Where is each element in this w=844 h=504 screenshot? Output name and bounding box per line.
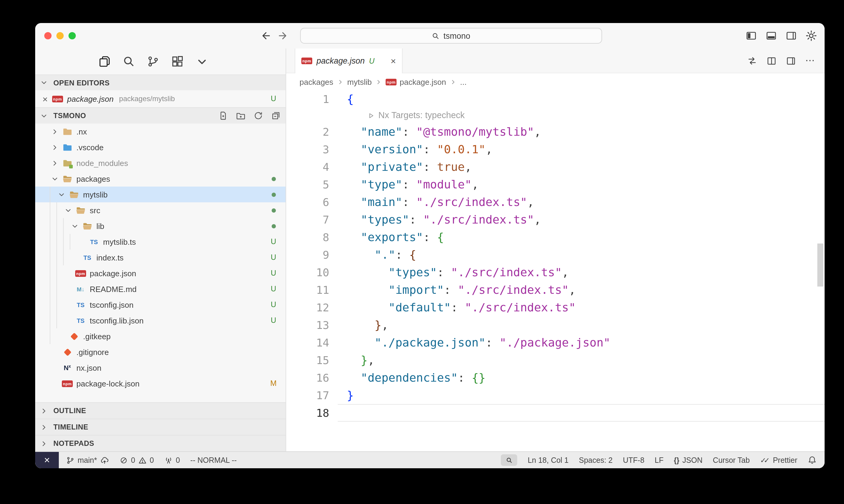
eol-status[interactable]: LF (655, 456, 664, 464)
errors-icon (119, 456, 128, 464)
open-editor-item[interactable]: package.json packages/mytslib U (35, 90, 286, 107)
code-line-3[interactable]: 3 "version": "0.0.1", (286, 141, 825, 158)
source-control-icon[interactable] (147, 55, 159, 68)
editor-layout-icon[interactable] (786, 55, 796, 66)
chevron-right-icon (50, 143, 59, 151)
tree-item-mytslib.ts[interactable]: mytslib.tsU (35, 234, 286, 250)
tree-item-package.json[interactable]: package.jsonU (35, 265, 286, 281)
code-line-8[interactable]: 8 "exports": { (286, 228, 825, 246)
tab-package-json[interactable]: package.json U (295, 49, 402, 73)
magnifier-icon (506, 456, 513, 464)
code-line-11[interactable]: 11 "import": "./src/index.ts", (286, 281, 825, 299)
code-line-1[interactable]: 1{ (286, 90, 825, 108)
minimize-window-button[interactable] (56, 32, 64, 39)
formatter-status[interactable]: Prettier (760, 456, 797, 464)
tree-item-lib[interactable]: lib (35, 218, 286, 234)
cursor-position-status[interactable]: Ln 18, Col 1 (528, 456, 569, 464)
toggle-secondary-sidebar-icon[interactable] (786, 30, 797, 41)
tree-item-src[interactable]: src (35, 202, 286, 218)
code-line-10[interactable]: 10 "types": "./src/index.ts", (286, 264, 825, 281)
tree-item-index.ts[interactable]: index.tsU (35, 250, 286, 265)
close-window-button[interactable] (44, 32, 52, 39)
close-icon[interactable] (42, 94, 48, 103)
back-icon[interactable] (259, 30, 271, 41)
search-view-icon[interactable] (122, 55, 135, 68)
tree-item-tsconfig.lib.json[interactable]: tsconfig.lib.jsonU (35, 312, 286, 328)
tree-item-package-lock.json[interactable]: package-lock.jsonM (35, 376, 286, 391)
breadcrumb-item[interactable]: mytslib (347, 77, 372, 86)
forward-icon[interactable] (278, 30, 289, 41)
tree-item-.nx[interactable]: .nx (35, 124, 286, 139)
new-folder-icon[interactable] (236, 111, 245, 121)
split-editor-icon[interactable] (767, 55, 777, 66)
new-file-icon[interactable] (218, 111, 228, 121)
cursor-tab-status[interactable]: Cursor Tab (713, 456, 750, 464)
close-tab-icon[interactable] (391, 56, 396, 66)
open-editors-header[interactable]: OPEN EDITORS (35, 74, 286, 90)
explorer-section-header[interactable]: TSMONO (35, 107, 286, 124)
encoding-status[interactable]: UTF-8 (623, 456, 644, 464)
refresh-icon[interactable] (254, 111, 263, 121)
code-line-14[interactable]: 14 "./package.json": "./package.json" (286, 334, 825, 352)
indentation-status[interactable]: Spaces: 2 (579, 456, 613, 464)
collapse-all-icon[interactable] (271, 111, 281, 121)
code-line-18[interactable]: 18 (286, 404, 825, 421)
more-actions-icon[interactable] (805, 56, 815, 66)
code-line-7[interactable]: 7 "types": "./src/index.ts", (286, 211, 825, 228)
section-header-outline[interactable]: OUTLINE (35, 402, 286, 419)
tree-item-README.md[interactable]: README.mdU (35, 281, 286, 297)
breadcrumb-item[interactable]: package.json (385, 77, 446, 86)
section-header-timeline[interactable]: TIMELINE (35, 419, 286, 435)
code-text: ".": { (347, 246, 416, 264)
toggle-primary-sidebar-icon[interactable] (746, 30, 757, 41)
code-line-6[interactable]: 6 "main": "./src/index.ts", (286, 193, 825, 211)
breadcrumb-item[interactable]: packages (299, 77, 333, 86)
tree-item-.vscode[interactable]: .vscode (35, 139, 286, 155)
more-views-chevron-icon[interactable] (195, 55, 208, 68)
code-line-12[interactable]: 12 "default": "./src/index.ts" (286, 299, 825, 316)
language-mode-status[interactable]: JSON (674, 456, 703, 464)
code-line-9[interactable]: 9 ".": { (286, 246, 825, 264)
untracked-badge: U (270, 316, 277, 325)
code-line-16[interactable]: 16 "dependencies": {} (286, 369, 825, 386)
settings-gear-icon[interactable] (806, 30, 817, 41)
scrollbar-thumb[interactable] (817, 244, 823, 287)
problems-status[interactable]: 0 0 (119, 456, 154, 464)
ports-status[interactable]: 0 (164, 456, 180, 464)
compare-changes-icon[interactable] (747, 55, 757, 66)
toggle-panel-icon[interactable] (766, 30, 777, 41)
indent-guide (56, 250, 63, 265)
code-line-5[interactable]: 5 "type": "module", (286, 176, 825, 193)
zoom-indicator[interactable] (501, 454, 517, 466)
tree-item-node_modules[interactable]: node_modules (35, 155, 286, 171)
code-line-17[interactable]: 17} (286, 386, 825, 404)
code-text: "types": "./src/index.ts", (347, 264, 569, 281)
indent-guide (56, 312, 63, 328)
git-icon (69, 334, 80, 339)
explorer-icon[interactable] (98, 55, 111, 68)
tree-item-nx.json[interactable]: nx.json (35, 360, 286, 376)
tab-bar: package.json U (286, 49, 825, 73)
codelens[interactable]: Nx Targets: typecheck (367, 108, 825, 123)
untracked-badge: U (270, 237, 277, 246)
tree-item-packages[interactable]: packages (35, 171, 286, 186)
code-line-4[interactable]: 4 "private": true, (286, 158, 825, 176)
code-editor[interactable]: 1{Nx Targets: typecheck2 "name": "@tsmon… (286, 90, 825, 451)
section-header-notepads[interactable]: NOTEPADS (35, 435, 286, 451)
breadcrumb-item[interactable]: ... (460, 77, 467, 86)
tree-item-.gitkeep[interactable]: .gitkeep (35, 328, 286, 344)
code-line-13[interactable]: 13 }, (286, 316, 825, 334)
code-line-2[interactable]: 2 "name": "@tsmono/mytslib", (286, 123, 825, 141)
extensions-icon[interactable] (171, 55, 184, 68)
line-number: 8 (286, 228, 329, 246)
workspace-name: TSMONO (53, 111, 86, 120)
code-line-15[interactable]: 15 }, (286, 352, 825, 369)
tree-item-mytslib[interactable]: mytslib (35, 186, 286, 202)
maximize-window-button[interactable] (69, 32, 76, 39)
tree-item-tsconfig.json[interactable]: tsconfig.jsonU (35, 297, 286, 312)
command-center-search[interactable]: tsmono (300, 28, 602, 43)
branch-status[interactable]: main* (66, 455, 109, 465)
remote-indicator[interactable] (35, 452, 59, 468)
tree-item-.gitignore[interactable]: .gitignore (35, 344, 286, 360)
notifications-bell-icon[interactable] (808, 455, 817, 465)
